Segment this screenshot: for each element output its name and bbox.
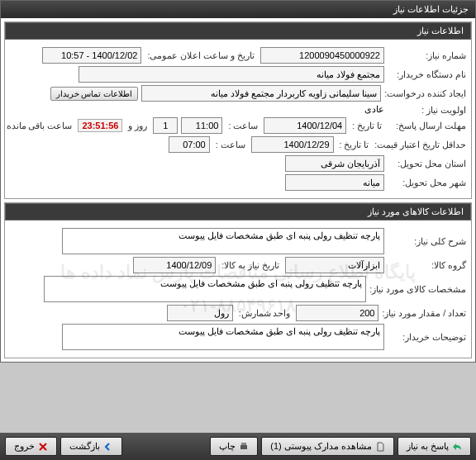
credit-time-field bbox=[169, 136, 210, 153]
priority-value: عادی bbox=[364, 104, 384, 115]
goods-spec-field[interactable]: پارچه تنظیف رولی پنبه ای طبق مشخصات فایل… bbox=[44, 276, 366, 302]
label-reply-deadline: مهلت ارسال پاسخ: bbox=[388, 121, 466, 130]
section1-header: اطلاعات نیاز bbox=[5, 22, 471, 40]
contact-info-button[interactable]: اطلاعات تماس خریدار bbox=[50, 87, 139, 101]
label-goods-spec: مشخصات کالای مورد نیاز: bbox=[369, 284, 466, 294]
buyer-notes-field[interactable]: پارچه تنظیف رولی پنبه ای طبق مشخصات فایل… bbox=[62, 324, 384, 350]
label-goods-group: گروه کالا: bbox=[388, 260, 466, 270]
delivery-state-field bbox=[285, 155, 384, 172]
label-need-no: شماره نیاز: bbox=[388, 50, 466, 60]
back-button[interactable]: بازگشت bbox=[60, 437, 122, 456]
goods-group-field bbox=[285, 257, 384, 273]
days-left-field bbox=[153, 117, 178, 134]
label-delivery-state: استان محل تحویل: bbox=[388, 159, 466, 168]
general-desc-field[interactable]: پارچه تنظیف رولی پنبه ای طبق مشخصات فایل… bbox=[62, 228, 384, 254]
reply-date-field bbox=[264, 117, 346, 134]
label-day-and: روز و bbox=[126, 121, 150, 130]
print-icon bbox=[239, 442, 249, 452]
time-left-field: 23:51:56 bbox=[78, 119, 122, 132]
window-titlebar: جزئیات اطلاعات نیاز bbox=[1, 1, 475, 18]
requester-field bbox=[141, 85, 381, 102]
label-buyer-notes: توضیحات خریدار: bbox=[388, 332, 466, 342]
need-date-goods-field bbox=[133, 257, 216, 273]
reply-time-field bbox=[181, 117, 222, 134]
delivery-city-field bbox=[285, 174, 384, 191]
announce-dt-field bbox=[42, 47, 141, 64]
back-icon bbox=[103, 442, 113, 452]
reply-button[interactable]: پاسخ به نیاز bbox=[397, 437, 471, 456]
label-credit-deadline: حداقل تاریخ اعتبار قیمت: bbox=[374, 140, 466, 149]
section2-header: اطلاعات کالاهای مورد نیاز bbox=[5, 203, 471, 221]
buyer-dept-field bbox=[79, 66, 384, 83]
qty-field bbox=[296, 305, 378, 321]
label-buyer-dept: نام دستگاه خریدار: bbox=[388, 69, 466, 79]
label-until-date2: تا تاریخ : bbox=[337, 140, 372, 149]
footer-toolbar: پاسخ به نیاز مشاهده مدارک پیوستی (1) چاپ… bbox=[0, 433, 476, 460]
label-general-desc: شرح کلی نیاز: bbox=[388, 236, 466, 246]
label-delivery-city: شهر محل تحویل: bbox=[388, 178, 466, 187]
print-button[interactable]: چاپ bbox=[210, 437, 258, 456]
need-no-field bbox=[260, 47, 384, 64]
attachments-button[interactable]: مشاهده مدارک پیوستی (1) bbox=[261, 437, 394, 456]
label-priority: اولویت نیاز : bbox=[388, 105, 466, 115]
label-time2: ساعت : bbox=[213, 140, 248, 149]
svg-rect-1 bbox=[241, 443, 246, 445]
exit-icon bbox=[38, 442, 48, 452]
reply-icon bbox=[452, 442, 462, 452]
credit-date-field bbox=[251, 136, 334, 153]
label-qty: تعداد / مقدار مورد نیاز: bbox=[382, 308, 466, 318]
exit-button[interactable]: خروج bbox=[5, 437, 57, 456]
svg-rect-0 bbox=[240, 445, 247, 449]
label-unit: واحد شمارش: bbox=[236, 308, 293, 318]
label-requester: ایجاد کننده درخواست: bbox=[384, 88, 466, 98]
attachment-icon bbox=[375, 442, 385, 452]
label-need-date-goods: تاریخ نیاز به کالا: bbox=[219, 260, 282, 270]
label-remaining: ساعت باقی مانده bbox=[4, 121, 75, 130]
unit-field bbox=[167, 305, 233, 321]
label-to-date: تا تاریخ : bbox=[350, 121, 384, 130]
label-time1: ساعت : bbox=[226, 121, 260, 130]
label-announce-dt: تاریخ و ساعت اعلان عمومی: bbox=[145, 50, 257, 60]
